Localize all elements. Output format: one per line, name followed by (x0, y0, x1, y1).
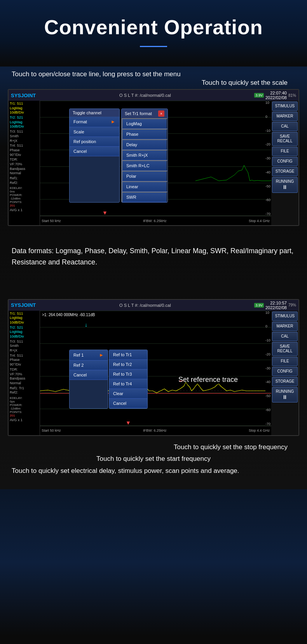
ref-marker-2: ▼ (126, 420, 131, 426)
annotation-open-close: Touch to open/close trace line, long pre… (0, 66, 307, 79)
config-btn-1[interactable]: CONFIG (272, 157, 298, 166)
fmt-smith-rjx[interactable]: Smith R+jX (122, 150, 167, 160)
screen1-topbar: SYSJOINT O S L T #: /cal/normal/0.cal 3.… (9, 90, 298, 101)
screen2-content: Tr1: S11 LogMag 10dB/Div Tr2: S21 LogMag… (9, 311, 298, 435)
ref-to-tr3-btn[interactable]: Ref to Tr3 (109, 369, 147, 379)
edelay-block-1: EDELAY:0ns POWER:-12dBm POINTS:201 (10, 186, 38, 207)
ref-clear-btn[interactable]: Clear (109, 389, 147, 399)
trace-sidebar-2: Tr1: S11 LogMag 10dB/Div Tr2: S21 LogMag… (9, 311, 40, 435)
stop-freq-2[interactable]: Stop 4.4 GHz (249, 429, 270, 432)
ref-to-tr1-btn[interactable]: Ref to Tr1 (109, 350, 147, 360)
menu-scale-btn[interactable]: Scale (70, 127, 119, 137)
start-freq-2[interactable]: Start 50 kHz (42, 429, 61, 432)
brand-2: SYSJOINT (11, 302, 36, 308)
trace2-1: Tr1: S11 LogMag 10dB/Div (10, 312, 38, 325)
grid-line (40, 311, 271, 311)
battery-block-1: 3.9V 22:07:40 2022/02/08 81% (254, 91, 296, 100)
format-arrow: ► (111, 119, 115, 124)
time-block-1: 22:07:40 2022/02/08 (265, 91, 287, 100)
fmt-linear[interactable]: Linear (122, 181, 167, 192)
header-section: Convenient Operation (0, 0, 307, 66)
screen2-wrapper: SYSJOINT O S L T #: /cal/normal/0.cal 3.… (8, 299, 299, 436)
fmt-delay[interactable]: Delay (122, 139, 167, 150)
chart-bottom-1: Start 50 kHz IFBW: 6.25kHz Stop 4.4 GHz (40, 216, 271, 225)
ifbw-2: IFBW: 6.25kHz (143, 429, 166, 432)
annot-start-freq: Touch to quickly set the start frequency (12, 453, 295, 465)
storage-btn-1[interactable]: STORAGE (272, 167, 298, 176)
fmt-phase[interactable]: Phase (122, 129, 167, 139)
trace2-2: Tr2: S21 LogMag 10dB/Div (10, 326, 38, 339)
trace-refs: Ref1: Ref2: (10, 176, 38, 185)
bottom-annotations: Touch to quickly set the stop frequency … (0, 436, 307, 490)
avg-2: AVG x 1 (10, 418, 38, 422)
config-btn-2[interactable]: CONFIG (272, 367, 298, 376)
battery-pct-1: 81% (288, 93, 296, 98)
file-btn-2[interactable]: FILE (272, 357, 298, 366)
toggle-channel-header: Toggle channel (70, 109, 119, 117)
marker-btn-1[interactable]: MARKER (272, 112, 298, 121)
ref-to-tr2-btn[interactable]: Ref to Tr2 (109, 360, 147, 369)
save-recall-btn-2[interactable]: SAVE RECALL (272, 342, 298, 356)
battery-pct-2: 79% (288, 303, 296, 307)
chart-bottom-2: Start 50 kHz IFBW: 6.25kHz Stop 4.4 GHz (40, 426, 271, 435)
marker-btn-2[interactable]: MARKER (272, 322, 298, 331)
oslt-1: O S L T #: /cal/normal/0.cal (119, 93, 171, 98)
gap-3 (0, 287, 307, 299)
save-recall-btn-1[interactable]: SAVE RECALL (272, 132, 298, 146)
menu-refpos-btn[interactable]: Ref position (70, 137, 119, 147)
menu-format-btn[interactable]: Format ► (70, 117, 119, 127)
fmt-swr[interactable]: SWR (122, 192, 167, 202)
fmt-logmag[interactable]: LogMag (122, 118, 167, 129)
format-close-btn[interactable]: × (158, 110, 164, 117)
ifbw-1: IFBW: 6.25kHz (143, 219, 166, 223)
running-btn-1[interactable]: RUNNING ⏸ (272, 177, 298, 193)
trace2-refs: Ref1: Tr1 Ref2: (10, 386, 38, 395)
trace2-4: Tr4: S11 Phase 90°/Div (10, 354, 38, 367)
storage-btn-2[interactable]: STORAGE (272, 377, 298, 386)
trace-tdr: TDR: VF:70% Bandpass Normal (10, 158, 38, 176)
ref2-btn[interactable]: Ref 2 (70, 360, 108, 370)
trace-2: Tr2: S21 LogMag 10dB/Div (10, 116, 38, 129)
chart-area-2: >1: 264.040 000MHz -60.11dB 10 0 (40, 311, 271, 435)
cal-btn-1[interactable]: CAL (272, 122, 298, 131)
vna-screen-2: SYSJOINT O S L T #: /cal/normal/0.cal 3.… (8, 299, 299, 436)
header-divider (140, 46, 167, 47)
file-btn-1[interactable]: FILE (272, 147, 298, 156)
screen1-content: Tr1: S11 LogMag 10dB/Div Tr2: S21 LogMag… (9, 101, 298, 225)
ref1-btn[interactable]: Ref 1 ► (70, 350, 108, 360)
chart-area-1: 10 0 -10 -20 -30 -40 -50 -60 -70 ▼ (40, 101, 271, 225)
volt-badge-1: 3.9V (254, 93, 264, 98)
battery-block-2: 3.9V 22:10:57 2022/02/08 79% (254, 301, 296, 310)
btn-sidebar-2: STIMULUS MARKER CAL SAVE RECALL FILE CON… (271, 311, 298, 435)
trace-3: Tr3: S11 Smith R+jX (10, 130, 38, 143)
annot-stop-freq: Touch to quickly set the stop frequency (12, 442, 295, 453)
trace2-tdr: TDR: VF:70% Bandpass Normal (10, 368, 38, 386)
format-submenu: Set Tr1 format × LogMag Phase Delay Smit… (121, 108, 168, 203)
annot-elec-delay: Touch to quickly set electrical delay, s… (12, 466, 295, 477)
menu-cancel-btn[interactable]: Cancel (70, 147, 119, 156)
stimulus-btn-2[interactable]: STIMULUS (272, 312, 298, 321)
volt-badge-2: 3.9V (254, 303, 264, 308)
ref-cancel-btn[interactable]: Cancel (70, 370, 108, 380)
gap-2 (0, 276, 307, 287)
stimulus-btn-1[interactable]: STIMULUS (272, 102, 298, 111)
cal-btn-2[interactable]: CAL (272, 332, 298, 341)
toggle-channel-menu: Toggle channel Format ► Scale Ref positi… (69, 108, 120, 203)
marker-arrow-2: ↓ (85, 322, 87, 328)
screen2-topbar: SYSJOINT O S L T #: /cal/normal/0.cal 3.… (9, 300, 298, 311)
ref-sub-cancel-btn[interactable]: Cancel (109, 399, 147, 408)
trace-4: Tr4: S11 Phase 90°/Div (10, 144, 38, 157)
grid-line (40, 101, 271, 101)
time-block-2: 22:10:57 2022/02/08 (265, 301, 287, 310)
pause-icon-1: ⏸ (282, 184, 288, 190)
popup-overlay-1: Toggle channel Format ► Scale Ref positi… (69, 108, 168, 203)
stop-freq-1[interactable]: Stop 4.4 GHz (249, 219, 270, 223)
start-freq-1[interactable]: Start 50 kHz (42, 219, 61, 223)
ref1-arrow: ► (99, 352, 104, 358)
fmt-smith-rlc[interactable]: Smith R+LC (122, 160, 167, 171)
trace-1: Tr1: S11 LogMag 10dB/Div (10, 102, 38, 115)
ref-to-tr4-btn[interactable]: Ref to Tr4 (109, 379, 147, 389)
running-btn-2[interactable]: RUNNING ⏸ (272, 387, 298, 403)
ref-sub-menu: Ref to Tr1 Ref to Tr2 Ref to Tr3 Ref to … (109, 350, 148, 409)
fmt-polar[interactable]: Polar (122, 171, 167, 181)
